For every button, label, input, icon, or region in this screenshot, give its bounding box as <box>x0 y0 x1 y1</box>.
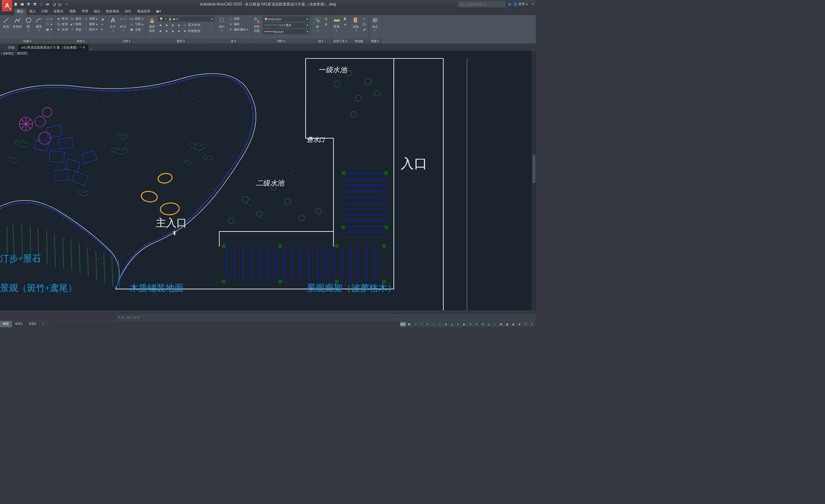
grid-icon[interactable]: ▦ <box>406 321 412 327</box>
model-tab[interactable]: 模型 <box>0 321 12 327</box>
measure-button[interactable]: 测量▾ <box>332 16 342 32</box>
base-button[interactable]: 基点▾ <box>370 16 380 32</box>
tab-insert[interactable]: 插入 <box>26 8 39 15</box>
tab-addins[interactable]: 附加模块 <box>103 8 122 15</box>
tab-manage[interactable]: 管理 <box>79 8 91 15</box>
panel-title[interactable]: 实用工具 ▾ <box>331 39 350 44</box>
copy-button[interactable]: ⿻复制 <box>56 21 69 26</box>
insert-button[interactable]: 插入▾ <box>217 16 227 32</box>
isolate-icon[interactable]: ◉ <box>511 321 516 327</box>
layer-props-button[interactable]: 图层 特性 <box>147 16 157 33</box>
array-button[interactable]: ⋮⋮⋮阵列 ▾ <box>83 27 98 32</box>
brush-icon[interactable]: 🖌 <box>362 27 367 32</box>
osnap-icon[interactable]: □ <box>437 321 443 327</box>
layer-tool-icon[interactable]: ◈ <box>158 28 164 33</box>
panel-title[interactable]: 剪贴板 <box>350 39 369 44</box>
copy-clip-icon[interactable]: ⿻ <box>362 21 367 26</box>
layout2-tab[interactable]: 布局2 <box>26 321 40 327</box>
panel-title[interactable]: 特性 ▾ <box>251 39 311 44</box>
layout1-tab[interactable]: 布局1 <box>12 321 26 327</box>
tab-output[interactable]: 输出 <box>91 8 103 15</box>
plot-icon[interactable] <box>45 1 50 7</box>
linear-button[interactable]: ⟷线性 ▾ <box>129 16 144 21</box>
customize-icon[interactable]: ≡ <box>529 321 535 327</box>
lock-ui-icon[interactable]: 🔒 <box>505 321 510 327</box>
saveas-icon[interactable] <box>32 1 38 7</box>
rotate-button[interactable]: ↻旋转 <box>70 16 82 21</box>
lineweight-dropdown[interactable]: ━━━━━ 0.13 毫米▾ <box>263 22 310 28</box>
otrack-icon[interactable]: ∠ <box>449 321 455 327</box>
tab-view[interactable]: 视图 <box>66 8 79 15</box>
tab-focus[interactable]: ▣▾ <box>153 8 164 15</box>
edit-block-button[interactable]: ✎编辑 <box>228 21 249 26</box>
panel-title[interactable]: 视图 ▾ <box>369 39 381 44</box>
open-icon[interactable] <box>19 1 25 7</box>
drawing-canvas[interactable]: [-][俯视][二维线框] <box>0 51 536 310</box>
add-tab-button[interactable]: + <box>89 48 94 51</box>
file-tab-doc[interactable]: 041屋顶花园景观设计方案（含效果图）*✕ <box>18 45 88 51</box>
close-icon[interactable]: ✕ <box>82 46 85 49</box>
snap-icon[interactable]: ⊹ <box>412 321 418 327</box>
annoscale-icon[interactable]: A <box>474 321 479 327</box>
arc-button[interactable]: 圆弧▾ <box>34 16 44 32</box>
match-layer-button[interactable]: ⇄匹配图层 <box>182 28 201 33</box>
isodraft-icon[interactable]: ◇ <box>431 321 437 327</box>
search-input[interactable] <box>458 1 505 7</box>
rect-icon[interactable]: ▭▾ <box>45 16 53 21</box>
model-space-button[interactable]: 模型 <box>400 321 406 327</box>
linetype-dropdown[interactable]: ━━━━━ ByLayer▾ <box>263 29 310 34</box>
save-icon[interactable] <box>26 1 32 7</box>
ortho-icon[interactable]: └ <box>418 321 424 327</box>
lweight-icon[interactable]: ≡ <box>456 321 461 327</box>
paste-button[interactable]: 粘贴▾ <box>351 16 360 32</box>
hwacc-icon[interactable]: ⚡ <box>516 321 522 327</box>
color-dropdown[interactable]: 🔘 ■ ByLayer▾ <box>263 16 310 22</box>
group-edit-icon[interactable]: ⊞ <box>323 21 329 26</box>
calc-icon[interactable]: 🖩 <box>342 16 348 21</box>
offset-icon[interactable]: ⊆ <box>99 27 105 32</box>
point-icon[interactable]: ● <box>342 21 348 26</box>
layer-tool-icon[interactable]: ◈ <box>158 22 164 28</box>
tab-annotate[interactable]: 注释 <box>39 8 51 15</box>
layer-tool-icon[interactable]: ◈ <box>176 28 182 33</box>
add-layout-button[interactable]: + <box>40 321 47 327</box>
edit-attr-button[interactable]: A编辑属性 ▾ <box>228 27 249 32</box>
circle-button[interactable]: 圆▾ <box>24 16 33 32</box>
tab-parametric[interactable]: 参数化 <box>51 8 66 15</box>
signin-button[interactable]: 👤 登录 ▾ <box>513 2 527 7</box>
text-button[interactable]: A文字▾ <box>108 16 118 32</box>
table-button[interactable]: ▦表格 <box>129 27 144 32</box>
quickprops-icon[interactable]: ▤ <box>498 321 504 327</box>
units-icon[interactable]: ⬚ <box>492 321 498 327</box>
mirror-button[interactable]: ▲▽镜像 <box>70 21 82 26</box>
layer-dropdown[interactable]: 💡☀🔓■0▾ <box>158 16 215 22</box>
tab-featured[interactable]: 精选应用 <box>134 8 153 15</box>
leader-button[interactable]: ↗引线 ▾ <box>129 21 144 26</box>
panel-title[interactable]: 注释 ▾ <box>107 39 146 44</box>
layer-tool-icon[interactable]: ◈ <box>170 22 176 28</box>
web-icon[interactable] <box>38 1 44 7</box>
cut-icon[interactable]: ✂ <box>362 16 367 21</box>
close-icon[interactable]: ✕ <box>118 316 120 319</box>
panel-title[interactable]: 修改 ▾ <box>54 39 107 44</box>
panel-title[interactable]: 块 ▾ <box>216 39 251 44</box>
fillet-button[interactable]: ◟圆角 ▾ <box>83 21 98 26</box>
cleanscreen-icon[interactable]: ⛶ <box>523 321 528 327</box>
panel-title[interactable]: 图层 ▾ <box>146 39 216 44</box>
tab-default[interactable]: 默认 <box>14 8 26 15</box>
command-input[interactable] <box>126 315 535 319</box>
layer-tool-icon[interactable]: ◈ <box>170 28 176 33</box>
trim-button[interactable]: ✂修剪 ▾ <box>83 16 98 21</box>
exchange-icon[interactable]: ▾ <box>532 3 534 5</box>
app-logo[interactable]: A▾ <box>2 0 12 11</box>
panel-title[interactable]: 组 ▾ <box>311 39 330 44</box>
layer-tool-icon[interactable]: ◈ <box>164 28 170 33</box>
move-button[interactable]: ✥移动 <box>56 16 69 21</box>
workspace-icon[interactable]: ⚙ <box>480 321 486 327</box>
tab-collab[interactable]: 协作 <box>122 8 135 15</box>
transparency-icon[interactable]: ◐ <box>461 321 467 327</box>
polar-icon[interactable]: ✦ <box>425 321 430 327</box>
match-props-button[interactable]: 特性 匹配 <box>252 16 262 33</box>
ellipse-icon[interactable]: ⬭▾ <box>45 21 53 26</box>
scale-button[interactable]: ⤢缩放 <box>70 27 82 32</box>
